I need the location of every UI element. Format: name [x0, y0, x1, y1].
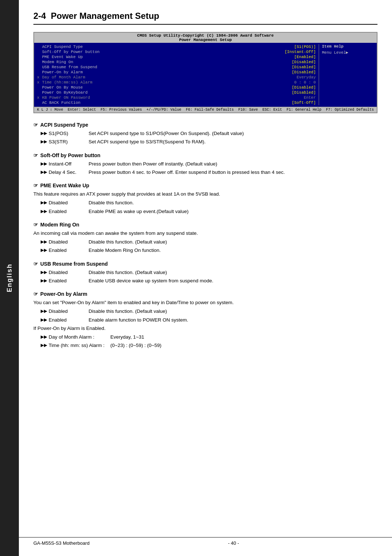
bullet-desc: Disable this function. (Default value): [89, 269, 377, 276]
bios-row-value: [Disabled]: [292, 90, 316, 95]
bullet-row: ▶▶Instant-OffPress power button then Pow…: [41, 160, 377, 168]
bullet-label: Enabled: [49, 208, 89, 215]
extra-label: Day of Month Alarm :: [49, 334, 110, 341]
bullet-arrow-icon: ▶▶: [41, 247, 47, 254]
bios-row-value: 0 : 0 : 0: [294, 80, 316, 85]
section-usb: ☞USB Resume from Suspend▶▶DisabledDisabl…: [33, 261, 377, 285]
bios-left-panel: ACPI Suspend Type[S1(POS)] Soft-Off by P…: [34, 44, 319, 105]
section-intro: You can set "Power-On by Alarm" item to …: [33, 299, 377, 306]
bios-row-label: ACPI Suspend Type: [37, 45, 291, 49]
main-content: 2-4 Power Management Setup CMOS Setup Ut…: [19, 0, 392, 371]
extra-arrow-icon: ▶▶: [41, 334, 47, 341]
bios-row: Power On ByKeyboard[Disabled]: [37, 90, 316, 95]
extra-desc: Everyday, 1~31: [110, 334, 377, 341]
bullet-arrow-icon: ▶▶: [41, 269, 47, 276]
bios-right-panel: Item Help Menu Level▶: [319, 44, 377, 105]
bullet-desc: Enable USB device wake up system from su…: [89, 277, 377, 285]
bios-row-label: x Day of Month Alarm: [37, 75, 294, 79]
bullet-arrow-icon: ▶▶: [41, 308, 47, 315]
section-title: ☞Soft-Off by Power button: [33, 152, 377, 158]
bullet-row: ▶▶DisabledDisable this function. (Defaul…: [41, 308, 377, 315]
bios-row-label: USB Resume from Suspend: [37, 65, 289, 69]
footer-fail-safe: F6: Fail-Safe Defaults: [186, 108, 234, 112]
bullet-label: Enabled: [49, 247, 89, 254]
bios-row-prefix: x: [37, 95, 42, 100]
bullet-row: ▶▶DisabledDisable this function.: [41, 199, 377, 207]
sections-container: ☞ACPI Suspend Type▶▶S1(POS)Set ACPI susp…: [33, 122, 377, 349]
section-title-text: Power-On by Alarm: [40, 291, 87, 297]
bios-row-value: Everyday: [297, 75, 316, 79]
bios-header-line2: Power Management Setup: [34, 38, 377, 42]
bullet-desc: Enable Modem Ring On function.: [89, 247, 377, 254]
section-poweron: ☞Power-On by AlarmYou can set "Power-On …: [33, 291, 377, 349]
extra-arrow-icon: ▶▶: [41, 342, 47, 349]
bios-row: x Time (hh:mm:ss) Alarm0 : 0 : 0: [37, 80, 316, 85]
bullet-label: Enabled: [49, 316, 89, 324]
section-intro: This feature requires an ATX power suppl…: [33, 191, 377, 198]
bios-footer: K L J ↕ Move Enter: Select F5: Previous …: [34, 107, 377, 113]
item-help-label: Item Help: [322, 44, 374, 49]
bullet-label: Enabled: [49, 277, 89, 285]
bullet-row: ▶▶S1(POS)Set ACPI suspend type to S1/POS…: [41, 130, 377, 137]
extra-desc: (0~23) : (0~59) : (0~59): [110, 342, 377, 349]
footer-value: +/-/PU/PD: Value: [146, 108, 181, 112]
footer-center: - 40 -: [228, 540, 239, 546]
bullet-row: ▶▶EnabledEnable PME as wake up event.(De…: [41, 208, 377, 215]
bios-row: PME Event Wake Up[Enabled]: [37, 54, 316, 60]
footer-move: K L J ↕ Move: [37, 108, 63, 112]
bullet-label: S1(POS): [49, 130, 89, 137]
footer-help: F1: General Help: [286, 108, 321, 112]
bios-row-label: AC BACK Function: [37, 101, 289, 105]
title-text: Power Management Setup: [51, 11, 159, 21]
bios-row-label: Power On By Mouse: [37, 85, 289, 90]
bios-row-value: [Disabled]: [292, 60, 316, 64]
bullet-row: ▶▶Delay 4 Sec.Press power button 4 sec. …: [41, 169, 377, 176]
bios-row-prefix: x: [37, 80, 42, 85]
bullet-desc: Disable this function.: [89, 199, 377, 207]
bios-row: Power On By Mouse[Disabled]: [37, 85, 316, 90]
bullet-desc: Set ACPI suspend type to S3/STR(Suspend …: [89, 138, 377, 146]
bullet-arrow-icon: ▶▶: [41, 169, 47, 176]
page-footer: GA-M55S-S3 Motherboard - 40 -: [19, 537, 392, 549]
extra-text: If Power-On by Alarm is Enabled.: [33, 325, 377, 332]
bios-header-line1: CMOS Setup Utility-Copyright (C) 1984-20…: [34, 33, 377, 38]
extra-label: Time (hh: mm: ss) Alarm :: [49, 342, 110, 349]
section-title: ☞Modem Ring On: [33, 222, 377, 228]
bullet-label: S3(STR): [49, 138, 89, 146]
bullet-label: Disabled: [49, 308, 89, 315]
footer-optimized: F7: Optimized Defaults: [326, 108, 374, 112]
section-title: ☞ACPI Suspend Type: [33, 122, 377, 128]
bios-row-label: Power-On by Alarm: [37, 70, 289, 74]
bios-row-value: [Soft-Off]: [292, 101, 316, 105]
bullet-label: Disabled: [49, 269, 89, 276]
section-intro: An incoming call via modem can awake the…: [33, 230, 377, 237]
arrow-icon: ☞: [33, 291, 38, 297]
bullet-desc: Disable this function. (Default value): [89, 308, 377, 315]
bullet-row: ▶▶DisabledDisable this function. (Defaul…: [41, 269, 377, 276]
bullet-desc: Press power button 4 sec. to Power off. …: [89, 169, 377, 176]
page-title: 2-4 Power Management Setup: [33, 11, 377, 25]
bullet-arrow-icon: ▶▶: [41, 238, 47, 246]
bullet-desc: Disable this function. (Default value): [89, 238, 377, 246]
arrow-icon: ☞: [33, 222, 38, 228]
bios-row: USB Resume from Suspend[Disabled]: [37, 65, 316, 70]
bios-row-prefix: x: [37, 75, 42, 79]
menu-level-label: Menu Level▶: [322, 50, 374, 55]
bullet-desc: Press power button then Power off instan…: [89, 160, 377, 168]
bullet-label: Disabled: [49, 238, 89, 246]
section-acpi: ☞ACPI Suspend Type▶▶S1(POS)Set ACPI susp…: [33, 122, 377, 146]
section-softoff: ☞Soft-Off by Power button▶▶Instant-OffPr…: [33, 152, 377, 176]
section-title: ☞USB Resume from Suspend: [33, 261, 377, 267]
section-title-text: Modem Ring On: [40, 222, 79, 228]
bullet-row: ▶▶EnabledEnable USB device wake up syste…: [41, 277, 377, 285]
bios-body: ACPI Suspend Type[S1(POS)] Soft-Off by P…: [34, 43, 377, 107]
section-title: ☞PME Event Wake Up: [33, 183, 377, 188]
bios-row: ACPI Suspend Type[S1(POS)]: [37, 44, 316, 49]
section-title-text: PME Event Wake Up: [40, 183, 89, 188]
bios-row: x Day of Month AlarmEveryday: [37, 75, 316, 80]
bullet-row: ▶▶EnabledEnable alarm function to POWER …: [41, 316, 377, 324]
footer-esc: ESC: Exit: [262, 108, 282, 112]
bullet-arrow-icon: ▶▶: [41, 316, 47, 324]
bios-row-label: PME Event Wake Up: [37, 55, 291, 59]
bios-row-value: [Disabled]: [292, 65, 316, 69]
